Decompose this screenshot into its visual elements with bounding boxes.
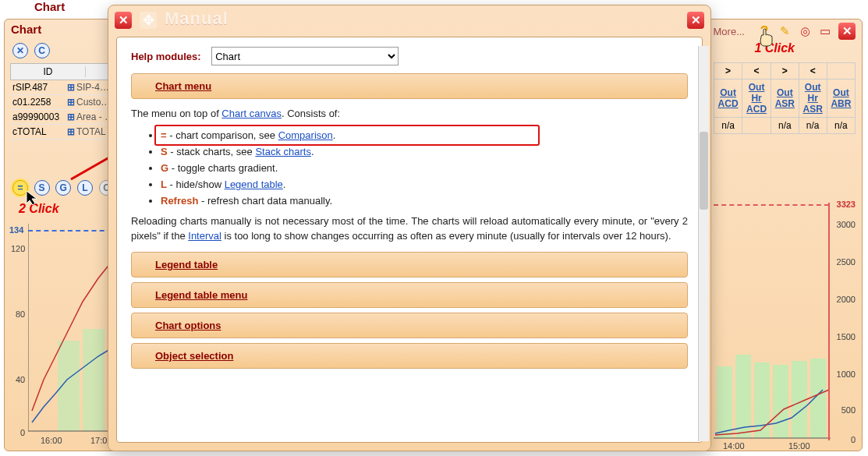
y-tick: 120 — [11, 244, 25, 253]
y-tick: 0 — [851, 435, 856, 444]
y-tick: 134 — [9, 225, 23, 235]
cell: rSIP.487 — [10, 80, 65, 94]
list-item: Refresh - refresh chart data manually. — [161, 195, 688, 207]
cell-text: SIP-4… — [76, 82, 109, 93]
link-interval[interactable]: Interval — [188, 230, 221, 242]
section-link[interactable]: Legend table menu — [155, 289, 247, 301]
text: - chart comparison, see — [167, 129, 278, 141]
svg-rect-6 — [717, 366, 732, 438]
table-row: n/a n/a n/a n/a — [714, 118, 856, 134]
c-button[interactable]: C — [34, 43, 50, 58]
svg-rect-2 — [83, 329, 105, 431]
link-stack-charts[interactable]: Stack charts — [255, 146, 311, 157]
close-icon[interactable]: ✕ — [687, 12, 704, 29]
text: - stack charts, see — [168, 146, 256, 157]
help-content: The menu on top of Chart canvas. Consist… — [131, 107, 688, 244]
y-tick: 1000 — [837, 369, 856, 379]
section-chart-menu[interactable]: Chart menu — [131, 73, 688, 99]
window-icon[interactable]: ▭ — [818, 24, 832, 38]
link-legend-table[interactable]: Legend table — [225, 179, 283, 190]
text: . — [311, 146, 314, 157]
section-link[interactable]: Legend table — [155, 259, 218, 270]
expand-icon[interactable]: ⊞ — [67, 126, 75, 137]
annotation-click-2: 2 Click — [19, 202, 59, 216]
stats-table: > < > < Out ACD Out Hr ACD Out ASR Out H… — [714, 62, 856, 134]
col-out-acd[interactable]: Out ACD — [718, 87, 739, 109]
cell: n/a — [771, 118, 799, 134]
table-row: Out ACD Out Hr ACD Out ASR Out Hr ASR Ou… — [714, 80, 856, 118]
cell-text: Custo… — [76, 97, 110, 108]
cell: a99990003 — [10, 110, 65, 124]
section-legend-table-menu[interactable]: Legend table menu — [131, 282, 688, 308]
key: Refresh — [161, 195, 198, 207]
page-title: Chart — [34, 0, 65, 13]
help-modules-label: Help modules: — [131, 51, 201, 62]
paragraph: Reloading charts manually is not necessa… — [131, 214, 688, 244]
sort-arrow[interactable]: > — [714, 63, 742, 80]
y-tick: 2500 — [837, 257, 856, 267]
gradient-button[interactable]: G — [55, 180, 71, 196]
sort-arrow[interactable]: > — [771, 63, 799, 80]
list-item: L - hide/show Legend table. — [161, 179, 688, 190]
y-tick: 0 — [20, 428, 25, 437]
cell: n/a — [799, 118, 827, 134]
col-out-abr[interactable]: Out ABR — [831, 87, 851, 109]
chart-svg — [714, 203, 831, 444]
col-out-hr-acd[interactable]: Out Hr ACD — [746, 82, 767, 115]
col-out-asr[interactable]: Out ASR — [775, 87, 795, 109]
x-tick: 16:00 — [41, 436, 62, 445]
section-object-selection[interactable]: Object selection — [131, 343, 688, 369]
list-item: S - stack charts, see Stack charts. — [161, 146, 688, 157]
dialog-title: Manual — [165, 9, 229, 29]
cell-text: TOTAL — [76, 126, 106, 137]
target-icon[interactable]: ◎ — [798, 24, 812, 38]
panel-title: Chart — [11, 23, 41, 36]
chart-canvas-right[interactable]: 3323 3000 2500 2000 1500 1000 500 0 14:0… — [714, 203, 856, 444]
expand-icon[interactable]: ⊞ — [67, 82, 75, 93]
edit-icon[interactable]: ✎ — [778, 24, 792, 38]
scrollbar[interactable] — [698, 46, 709, 441]
close-icon[interactable]: ✕ — [838, 23, 856, 40]
cell — [742, 118, 771, 134]
link-comparison[interactable]: Comparison — [278, 129, 333, 141]
stack-button[interactable]: S — [34, 180, 50, 196]
annotation-click-1: 1 Click — [754, 41, 795, 55]
text: - hide/show — [167, 179, 225, 190]
section-link[interactable]: Chart options — [155, 320, 221, 331]
move-icon[interactable]: ✥ — [140, 12, 157, 29]
link-chart-canvas[interactable]: Chart canvas — [221, 108, 282, 119]
y-tick: 40 — [16, 375, 25, 384]
x-tick: 14:00 — [723, 441, 745, 451]
sort-arrow[interactable]: < — [742, 63, 771, 80]
expand-icon[interactable]: ⊞ — [67, 111, 75, 122]
svg-rect-8 — [754, 362, 770, 438]
text: - toggle charts gradient. — [168, 162, 278, 174]
manual-dialog: ✕ ✥ Manual ✕ Help modules: Chart Chart m… — [108, 5, 711, 451]
col-out-hr-asr[interactable]: Out Hr ASR — [803, 82, 823, 115]
help-module-row: Help modules: Chart — [131, 47, 688, 65]
cell: c01.2258 — [10, 95, 65, 109]
key: G — [161, 162, 168, 174]
cell: cTOTAL — [10, 125, 65, 139]
svg-rect-7 — [735, 355, 751, 438]
close-icon[interactable]: ✕ — [12, 43, 28, 58]
list-item: G - toggle charts gradient. — [161, 162, 688, 174]
key: S — [161, 146, 168, 157]
section-link[interactable]: Object selection — [155, 350, 233, 362]
section-link[interactable]: Chart menu — [155, 80, 211, 92]
scrollbar-thumb[interactable] — [700, 132, 708, 210]
y-tick: 80 — [16, 309, 25, 319]
more-link[interactable]: More... — [707, 24, 751, 39]
help-icon[interactable]: ? — [757, 24, 771, 38]
cell: n/a — [714, 118, 742, 134]
help-modules-select[interactable]: Chart — [211, 47, 399, 65]
legend-button[interactable]: L — [77, 180, 93, 196]
sort-arrow[interactable]: < — [799, 63, 827, 80]
compare-button[interactable]: = — [12, 180, 28, 196]
table-row: > < > < — [714, 63, 856, 80]
expand-icon[interactable]: ⊞ — [67, 97, 75, 108]
section-legend-table[interactable]: Legend table — [131, 252, 688, 277]
close-icon[interactable]: ✕ — [115, 12, 132, 29]
section-chart-options[interactable]: Chart options — [131, 313, 688, 338]
x-tick: 15:00 — [788, 441, 810, 451]
